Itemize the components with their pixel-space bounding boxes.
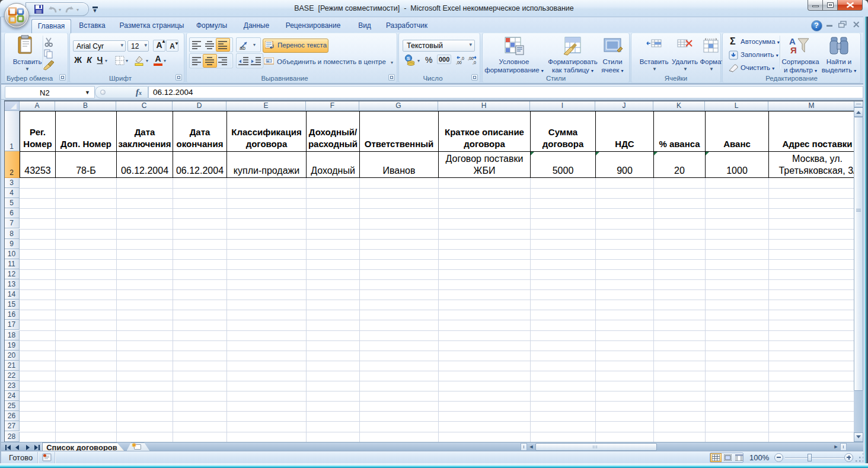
svg-text:,0: ,0 <box>461 56 464 61</box>
svg-text:ab: ab <box>240 45 245 50</box>
svg-text:,00: ,00 <box>468 56 474 61</box>
svg-text:,0: ,0 <box>473 61 476 65</box>
svg-text:,00: ,00 <box>456 61 462 65</box>
svg-text:Я: Я <box>790 45 797 55</box>
svg-text:S: S <box>407 56 410 61</box>
